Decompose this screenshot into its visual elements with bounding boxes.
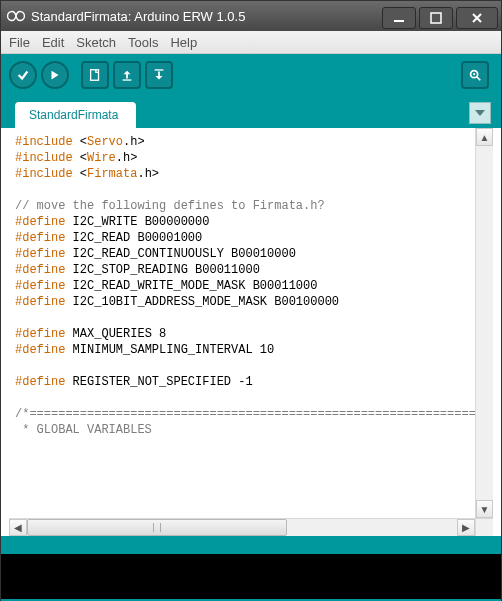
tab-standardfirmata[interactable]: StandardFirmata bbox=[15, 102, 136, 128]
menu-sketch[interactable]: Sketch bbox=[76, 35, 116, 50]
window-title: StandardFirmata: Arduino ERW 1.0.5 bbox=[31, 9, 245, 24]
editor-pane: #include <Servo.h> #include <Wire.h> #in… bbox=[9, 128, 493, 536]
upload-button[interactable] bbox=[41, 61, 69, 89]
vertical-scrollbar[interactable]: ▲ ▼ bbox=[475, 128, 493, 518]
verify-button[interactable] bbox=[9, 61, 37, 89]
scroll-down-button[interactable]: ▼ bbox=[476, 500, 493, 518]
scroll-left-button[interactable]: ◀ bbox=[9, 519, 27, 536]
window-controls bbox=[382, 4, 501, 29]
new-button[interactable] bbox=[81, 61, 109, 89]
svg-rect-9 bbox=[155, 69, 164, 70]
svg-line-11 bbox=[477, 77, 481, 81]
output-console[interactable] bbox=[1, 554, 501, 599]
menu-file[interactable]: File bbox=[9, 35, 30, 50]
minimize-button[interactable] bbox=[382, 7, 416, 29]
maximize-button[interactable] bbox=[419, 7, 453, 29]
code-editor[interactable]: #include <Servo.h> #include <Wire.h> #in… bbox=[15, 134, 475, 518]
message-strip bbox=[1, 536, 501, 554]
menubar: File Edit Sketch Tools Help bbox=[1, 31, 501, 54]
svg-marker-4 bbox=[52, 71, 59, 80]
toolbar bbox=[1, 54, 501, 96]
close-button[interactable] bbox=[456, 7, 498, 29]
svg-rect-0 bbox=[394, 20, 404, 22]
save-button[interactable] bbox=[145, 61, 173, 89]
svg-rect-1 bbox=[431, 13, 441, 23]
svg-rect-7 bbox=[123, 79, 132, 80]
app-window: StandardFirmata: Arduino ERW 1.0.5 File … bbox=[0, 0, 502, 601]
scroll-corner bbox=[475, 518, 493, 536]
titlebar[interactable]: StandardFirmata: Arduino ERW 1.0.5 bbox=[1, 1, 501, 31]
svg-point-12 bbox=[473, 73, 475, 75]
serial-monitor-button[interactable] bbox=[461, 61, 489, 89]
svg-rect-5 bbox=[91, 70, 99, 81]
hscroll-thumb[interactable] bbox=[27, 519, 287, 536]
tab-menu-button[interactable] bbox=[469, 102, 491, 124]
scroll-up-button[interactable]: ▲ bbox=[476, 128, 493, 146]
scroll-right-button[interactable]: ▶ bbox=[457, 519, 475, 536]
menu-edit[interactable]: Edit bbox=[42, 35, 64, 50]
svg-marker-8 bbox=[156, 72, 163, 80]
horizontal-scrollbar[interactable]: ◀ ▶ bbox=[9, 518, 475, 536]
svg-marker-13 bbox=[475, 110, 485, 116]
open-button[interactable] bbox=[113, 61, 141, 89]
menu-tools[interactable]: Tools bbox=[128, 35, 158, 50]
arduino-logo-icon bbox=[7, 7, 25, 25]
menu-help[interactable]: Help bbox=[170, 35, 197, 50]
tab-bar: StandardFirmata bbox=[1, 96, 501, 128]
svg-marker-6 bbox=[124, 71, 131, 79]
